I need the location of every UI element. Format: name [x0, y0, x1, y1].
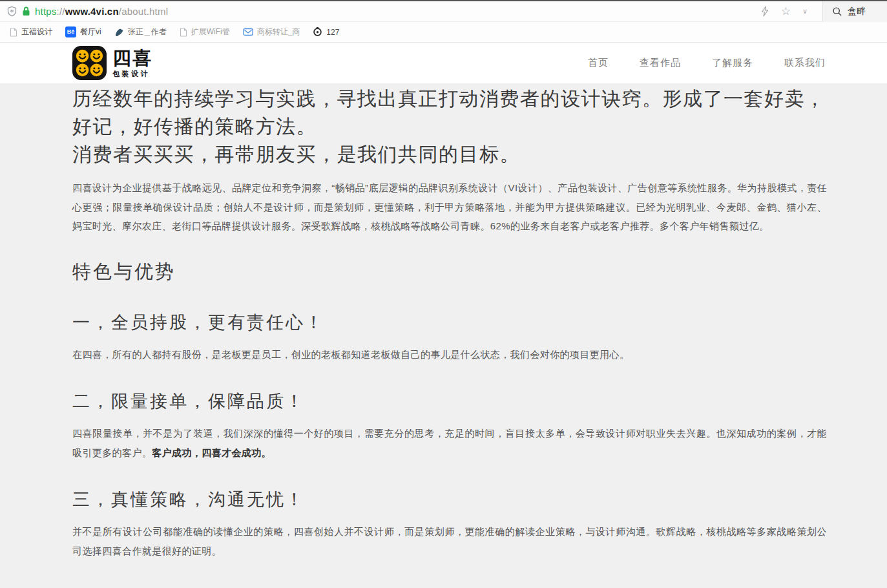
- page-content: 历经数年的持续学习与实践，寻找出真正打动消费者的设计诀窍。形成了一套好卖，好记，…: [0, 83, 887, 588]
- company-intro-paragraph: 四喜设计为企业提供基于战略远见、品牌定位和竞争洞察，“畅销品”底层逻辑的品牌识别…: [72, 178, 827, 236]
- favorite-star-button[interactable]: ☆: [775, 1, 797, 21]
- feature-1-text: 在四喜，所有的人都持有股份，是老板更是员工，创业的老板都知道老板做自己的事儿是什…: [72, 349, 629, 360]
- site-header: 四喜 包装设计 首页 查看作品 了解服务 联系我们: [0, 43, 887, 83]
- behance-icon: Bē: [65, 26, 76, 37]
- search-query: 盒畔: [848, 6, 866, 17]
- chevron-down-icon: ∨: [802, 8, 808, 15]
- nav-home[interactable]: 首页: [588, 57, 609, 69]
- ring-badge-icon: [313, 27, 322, 37]
- star-icon: ☆: [781, 6, 791, 17]
- feature-2-bold-text: 客户成功，四喜才会成功。: [152, 447, 271, 458]
- hero-line-2: 消费者买买买，再带朋友买，是我们共同的目标。: [72, 140, 827, 168]
- hero-statement: 历经数年的持续学习与实践，寻找出真正打动消费者的设计诀窍。形成了一套好卖，好记，…: [72, 85, 827, 168]
- search-icon: [832, 6, 842, 17]
- page-icon: [10, 28, 17, 37]
- lightning-button[interactable]: [755, 1, 775, 21]
- bookmark-127[interactable]: 127: [307, 25, 345, 39]
- feature-3-heading: 三，真懂策略，沟通无忧！: [72, 488, 827, 511]
- url-path: /about.html: [119, 6, 168, 17]
- url-domain: www.4vi.cn: [65, 6, 119, 17]
- url-separator: ://: [57, 6, 65, 17]
- feature-1-body: 在四喜，所有的人都持有股份，是老板更是员工，创业的老板都知道老板做自己的事儿是什…: [72, 345, 827, 364]
- feature-3-body: 并不是所有设计公司都能准确的读懂企业的策略，四喜创始人并不设计师，而是策划师，更…: [72, 522, 827, 560]
- url-scheme: https: [35, 6, 57, 17]
- bookmark-canting-vi[interactable]: Bē 餐厅vi: [59, 25, 107, 39]
- bookmark-wufu-design[interactable]: 五福设计: [4, 25, 58, 39]
- mail-icon: [243, 28, 253, 36]
- logo-subtitle: 包装设计: [112, 70, 152, 78]
- feature-3-text: 并不是所有设计公司都能准确的读懂企业的策略，四喜创始人并不设计师，而是策划师，更…: [72, 526, 827, 556]
- bookmark-label: 商标转让_商: [257, 26, 300, 37]
- page-icon: [180, 28, 187, 37]
- shield-plus-icon[interactable]: [6, 6, 17, 17]
- bookmark-trademark-transfer[interactable]: 商标转让_商: [237, 25, 306, 39]
- hero-line-1: 历经数年的持续学习与实践，寻找出真正打动消费者的设计诀窍。形成了一套好卖，好记，…: [72, 85, 827, 140]
- address-dropdown-button[interactable]: ∨: [797, 1, 813, 21]
- brush-icon: [114, 28, 124, 37]
- https-lock-icon[interactable]: [22, 6, 30, 16]
- browser-search-box[interactable]: 盒畔: [822, 1, 887, 22]
- feature-2-body: 四喜限量接单，并不是为了装逼，我们深深的懂得一个好的项目，需要充分的思考，充足的…: [72, 424, 827, 462]
- logo-title: 四喜: [112, 49, 152, 68]
- site-nav: 首页 查看作品 了解服务 联系我们: [588, 57, 826, 69]
- sixi-smileys-logo-icon: [72, 46, 107, 80]
- feature-2-heading: 二，限量接单，保障品质！: [72, 390, 827, 413]
- section-title-features: 特色与优势: [72, 259, 827, 285]
- lightning-icon: [760, 6, 769, 17]
- bookmark-label: 张正＿作者: [128, 26, 167, 37]
- feature-1-heading: 一，全员持股，更有责任心！: [72, 311, 827, 334]
- nav-services[interactable]: 了解服务: [712, 57, 753, 69]
- bookmark-label: 餐厅vi: [80, 26, 101, 37]
- site-logo[interactable]: 四喜 包装设计: [72, 46, 152, 80]
- bookmark-label: 127: [326, 28, 339, 37]
- nav-works[interactable]: 查看作品: [640, 57, 681, 69]
- nav-contact[interactable]: 联系我们: [784, 57, 826, 69]
- browser-address-bar: https://www.4vi.cn/about.html ☆ ∨ 盒畔: [0, 1, 887, 22]
- bookmark-label: 五福设计: [21, 26, 52, 37]
- bookmark-zhangzheng-author[interactable]: 张正＿作者: [109, 25, 172, 39]
- bookmark-label: 扩展WiFi管: [191, 26, 230, 37]
- url-text[interactable]: https://www.4vi.cn/about.html: [35, 6, 168, 17]
- bookmarks-bar: 五福设计 Bē 餐厅vi 张正＿作者 扩展WiFi管: [0, 22, 887, 43]
- bookmark-wifi-extension[interactable]: 扩展WiFi管: [174, 25, 236, 39]
